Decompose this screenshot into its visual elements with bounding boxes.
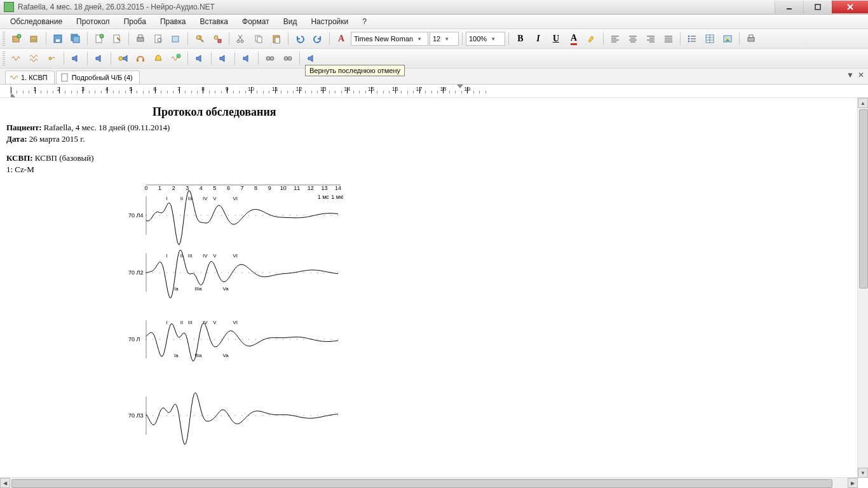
font-color-button[interactable]: A [566,30,582,47]
edit-page-button[interactable] [109,30,125,47]
svg-text:70 Л2: 70 Л2 [128,269,143,276]
menu-trial[interactable]: Проба [118,16,153,27]
redo-button[interactable] [309,30,326,47]
speaker-mute-button[interactable] [91,50,107,67]
svg-point-59 [726,37,728,39]
signal-dualwave-button[interactable] [26,50,43,67]
speaker-c-button[interactable] [238,50,255,67]
font-size-combo[interactable]: 12▼ [430,32,459,46]
open-exam-button[interactable] [26,30,43,47]
font-family-combo[interactable]: Times New Roman▼ [351,32,428,46]
new-exam-button[interactable] [8,30,25,47]
bell-button[interactable] [150,50,166,67]
bullets-button[interactable] [684,30,700,47]
speaker-left-button[interactable] [67,50,84,67]
scroll-right-button[interactable]: ▶ [848,478,858,488]
svg-text:IIIa: IIIa [194,353,202,358]
signal-opt-button[interactable] [168,50,184,67]
speaker-a-button[interactable] [191,50,208,67]
toolbar-grip[interactable] [3,32,5,46]
svg-point-153 [324,273,325,273]
svg-point-132 [180,273,180,273]
horizontal-ruler[interactable]: 12345678910111213141516171819 [11,85,868,97]
speaker-b-button[interactable] [215,50,231,67]
stim-b-button[interactable] [280,50,296,67]
menu-edit[interactable]: Правка [154,16,193,27]
menu-view[interactable]: Вид [277,16,304,27]
tab-close-icon[interactable]: ✕ [858,71,864,79]
underline-button[interactable]: U [548,30,564,47]
bold-button[interactable]: B [512,30,529,47]
svg-point-214 [194,416,194,416]
vscroll-thumb[interactable] [859,109,868,288]
document-viewport[interactable]: Протокол обследования Пациент: Rafaella,… [0,98,858,478]
paste-button[interactable] [268,30,285,47]
hscroll-thumb[interactable] [11,479,832,488]
svg-text:VI: VI [233,196,238,201]
svg-point-188 [290,339,290,340]
svg-rect-29 [257,37,262,43]
copy-button[interactable] [250,30,267,47]
print2-button[interactable] [743,30,759,47]
svg-point-106 [255,215,256,216]
print-preview-button[interactable] [150,30,166,47]
tab-report[interactable]: Подробный Ч/Б (4) [56,71,140,84]
svg-point-145 [269,273,270,273]
zoom-value: 100% [469,35,487,43]
headphones-button[interactable] [132,50,149,67]
menu-format[interactable]: Формат [236,16,276,27]
svg-point-224 [262,416,263,416]
svg-point-102 [228,215,229,216]
italic-button[interactable]: I [530,30,546,47]
align-justify-button[interactable] [660,30,677,47]
titlebar: Rafaella, 4 мес. 18 дней, 26.03.2015 - Н… [0,0,868,15]
svg-rect-15 [139,35,142,37]
svg-point-183 [255,339,256,340]
svg-point-131 [173,273,174,273]
svg-rect-14 [137,37,144,41]
export-button[interactable] [168,30,184,47]
svg-point-182 [248,339,249,340]
insert-table-button[interactable] [702,30,718,47]
svg-point-27 [241,40,243,43]
zoom-combo[interactable]: 100%▼ [466,32,505,46]
svg-point-141 [242,273,243,273]
svg-point-113 [304,215,304,216]
new-page-button[interactable] [91,30,107,47]
menu-insert[interactable]: Вставка [193,16,234,27]
save-button[interactable] [50,30,66,47]
find-button[interactable] [191,30,208,47]
scroll-left-button[interactable]: ◀ [0,478,10,488]
horizontal-scrollbar[interactable]: ◀ ▶ [0,477,858,488]
highlight-button[interactable] [583,30,600,47]
cut-button[interactable] [233,30,249,47]
replace-button[interactable] [209,30,226,47]
align-center-button[interactable] [625,30,641,47]
menu-settings[interactable]: Настройки [304,16,355,27]
save-all-button[interactable] [67,30,84,47]
signal-marker-button[interactable] [44,50,60,67]
menu-help[interactable]: ? [356,16,373,27]
align-right-button[interactable] [642,30,659,47]
print-button[interactable] [132,30,149,47]
signal-wave-button[interactable] [8,50,25,67]
font-dialog-button[interactable]: A [333,30,349,47]
insert-image-button[interactable] [719,30,736,47]
scroll-down-button[interactable]: ▼ [858,468,868,478]
svg-point-5 [17,34,21,38]
svg-rect-10 [73,36,79,43]
close-button[interactable] [832,1,868,13]
tab-ksvp[interactable]: 1. КСВП [5,71,55,84]
minimize-button[interactable] [775,1,803,13]
maximize-button[interactable] [803,1,832,13]
menu-protocol[interactable]: Протокол [70,16,116,27]
stim-a-button[interactable] [262,50,278,67]
vertical-scrollbar[interactable]: ▲ ▼ [857,98,868,478]
undo-button[interactable] [292,30,308,47]
scroll-up-button[interactable]: ▲ [858,98,868,108]
tab-dropdown-icon[interactable]: ▼ [846,71,854,79]
speaker-settings-button[interactable] [114,50,131,67]
menu-exam[interactable]: Обследование [4,16,69,27]
toolbar-grip-2[interactable] [3,51,5,65]
align-left-button[interactable] [607,30,623,47]
